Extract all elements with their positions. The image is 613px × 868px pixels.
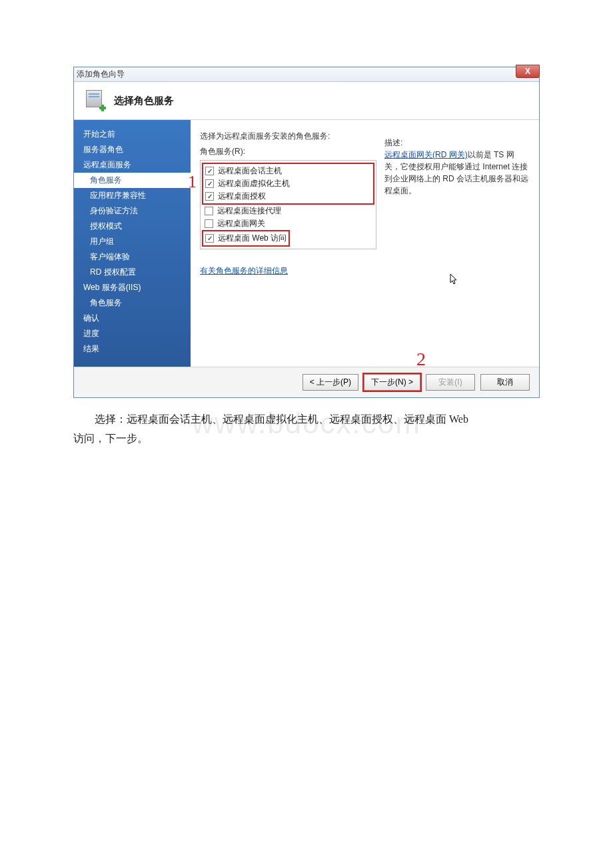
role-label: 远程桌面连接代理 [217,205,281,217]
cancel-button[interactable]: 取消 [480,374,530,391]
sidebar-item[interactable]: 客户端体验 [74,249,191,265]
annotation-1: 1 [188,172,197,192]
sidebar-item[interactable]: 远程桌面服务 [74,157,191,173]
close-icon: X [525,67,530,76]
cursor-icon [450,273,459,288]
highlight-box-2: 远程桌面 Web 访问 [202,230,290,247]
install-button: 安装(I) [426,374,475,391]
role-checkbox-row[interactable]: 远程桌面网关 [203,217,373,230]
instruction-text: 选择为远程桌面服务安装的角色服务: [200,131,376,142]
annotation-2: 2 [416,349,426,370]
role-label: 远程桌面会话主机 [218,165,282,177]
server-add-icon [85,90,106,111]
description-label: 描述: [384,137,530,149]
roles-list: 远程桌面会话主机远程桌面虚拟化主机远程桌面授权远程桌面连接代理远程桌面网关远程桌… [200,160,376,249]
role-checkbox-row[interactable]: 远程桌面连接代理 [203,205,373,217]
role-checkbox-row[interactable]: 远程桌面授权 [204,190,372,203]
role-label: 远程桌面授权 [218,191,266,202]
sidebar-item[interactable]: 开始之前 [74,127,191,142]
wizard-sidebar: 开始之前服务器角色远程桌面服务角色服务应用程序兼容性身份验证方法授权模式用户组客… [74,120,191,367]
description-text: 远程桌面网关(RD 网关)以前是 TS 网关，它使授权用户能够通过 Intern… [384,149,530,197]
close-button[interactable]: X [516,65,540,78]
wizard-footer: 2 < 上一步(P) 下一步(N) > 安装(I) 取消 [74,367,539,397]
highlight-box-1: 远程桌面会话主机远程桌面虚拟化主机远程桌面授权 [202,163,374,205]
more-info-link[interactable]: 有关角色服务的详细信息 [200,265,288,277]
checkbox-icon[interactable] [205,167,214,175]
checkbox-icon[interactable] [205,219,213,228]
page-title: 选择角色服务 [114,95,174,107]
role-checkbox-row[interactable]: 远程桌面虚拟化主机 [204,177,372,190]
role-checkbox-row[interactable]: 远程桌面会话主机 [204,165,372,177]
sidebar-item[interactable]: 应用程序兼容性 [74,188,191,203]
sidebar-item[interactable]: RD 授权配置 [74,265,191,280]
wizard-content: 选择为远程桌面服务安装的角色服务: 角色服务(R): 1 远程桌面会话主机远程桌… [191,120,539,367]
document-caption: 选择：远程桌面会话主机、远程桌面虚拟化主机、远程桌面授权、远程桌面 Web 访问… [73,410,540,449]
sidebar-item[interactable]: 结果 [74,341,191,357]
titlebar: 添加角色向导 X [74,67,539,82]
role-label: 远程桌面 Web 访问 [218,233,287,244]
window-title: 添加角色向导 [77,69,125,80]
sidebar-item[interactable]: 进度 [74,326,191,341]
checkbox-icon[interactable] [205,179,214,188]
sidebar-item[interactable]: Web 服务器(IIS) [74,280,191,295]
caption-line2: 访问，下一步。 [73,433,148,444]
checkbox-icon[interactable] [205,234,214,243]
caption-line1: 选择：远程桌面会话主机、远程桌面虚拟化主机、远程桌面授权、远程桌面 Web [95,413,468,425]
sidebar-item[interactable]: 授权模式 [74,219,191,234]
wizard-window: 添加角色向导 X 选择角色服务 开始之前服务器角色远程桌面服务角色服务应用程序兼… [73,67,540,398]
next-button[interactable]: 下一步(N) > [364,374,420,391]
checkbox-icon[interactable] [205,207,213,215]
roles-label: 角色服务(R): [200,146,376,157]
description-link[interactable]: 远程桌面网关(RD 网关) [384,150,468,159]
role-label: 远程桌面网关 [217,218,265,229]
prev-button[interactable]: < 上一步(P) [303,374,358,391]
role-checkbox-row[interactable]: 远程桌面 Web 访问 [204,232,288,245]
sidebar-item[interactable]: 用户组 [74,234,191,249]
sidebar-item[interactable]: 身份验证方法 [74,203,191,219]
checkbox-icon[interactable] [205,192,214,201]
wizard-header: 选择角色服务 [74,82,539,120]
sidebar-item[interactable]: 角色服务 [74,173,191,188]
role-label: 远程桌面虚拟化主机 [218,178,290,189]
sidebar-item[interactable]: 服务器角色 [74,142,191,157]
sidebar-item[interactable]: 确认 [74,311,191,326]
sidebar-item[interactable]: 角色服务 [74,295,191,311]
